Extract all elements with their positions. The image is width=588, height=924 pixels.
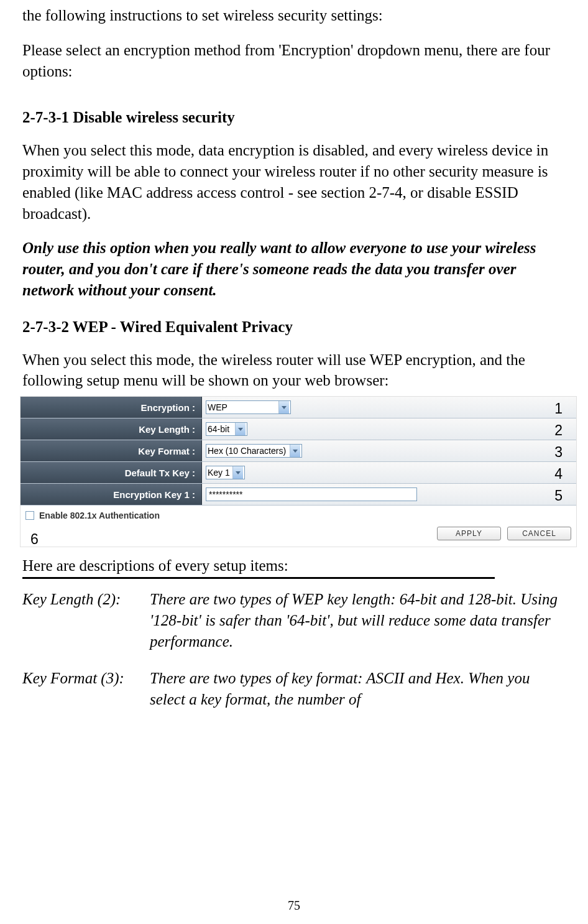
intro-line-1: the following instructions to set wirele… — [22, 5, 566, 26]
section-para-wep: When you select this mode, the wireless … — [22, 349, 566, 392]
cell-key-format: Hex (10 Characters) — [202, 440, 576, 461]
description-key-format: Key Format (3): There are two types of k… — [22, 668, 566, 710]
section-heading-disable: 2-7-3-1 Disable wireless security — [22, 109, 566, 126]
input-encryption-key-1[interactable] — [206, 487, 417, 501]
section-warning-disable: Only use this option when you really wan… — [22, 238, 566, 300]
chevron-down-icon — [235, 423, 246, 435]
row-enable-8021x: Enable 802.1x Authentication — [21, 506, 576, 523]
dropdown-key-format-value: Hex (10 Characters) — [208, 446, 287, 456]
dropdown-key-length[interactable]: 64-bit — [206, 422, 247, 436]
cell-key-length: 64-bit — [202, 418, 576, 440]
apply-button[interactable]: APPLY — [437, 527, 501, 540]
cell-encryption: WEP — [202, 397, 576, 418]
label-encryption: Encryption : — [21, 397, 202, 418]
dropdown-default-tx-key[interactable]: Key 1 — [206, 466, 245, 479]
wep-form-screenshot: Encryption : WEP Key Length : 64-bit Key… — [20, 396, 577, 547]
callout-3: 3 — [554, 444, 563, 461]
callout-6: 6 — [30, 531, 39, 548]
callout-4: 4 — [554, 466, 563, 483]
dropdown-default-tx-key-value: Key 1 — [208, 468, 230, 478]
intro-line-2: Please select an encryption method from … — [22, 40, 566, 82]
cell-default-tx-key: Key 1 — [202, 462, 576, 483]
row-key-format: Key Format : Hex (10 Characters) — [21, 440, 576, 462]
dropdown-encryption[interactable]: WEP — [206, 400, 291, 414]
dropdown-encryption-value: WEP — [208, 402, 276, 412]
row-encryption: Encryption : WEP — [21, 397, 576, 418]
callout-2: 2 — [554, 422, 563, 439]
cell-encryption-key-1 — [202, 484, 576, 505]
chevron-down-icon — [278, 401, 289, 413]
description-key-length: Key Length (2): There are two types of W… — [22, 589, 566, 652]
description-key-format-def: There are two types of key format: ASCII… — [150, 668, 566, 710]
section-para-disable: When you select this mode, data encrypti… — [22, 140, 566, 224]
row-default-tx-key: Default Tx Key : Key 1 — [21, 462, 576, 484]
dropdown-key-format[interactable]: Hex (10 Characters) — [206, 444, 302, 458]
description-key-length-def: There are two types of WEP key length: 6… — [150, 589, 566, 652]
form-button-row: APPLY CANCEL — [21, 523, 576, 547]
label-default-tx-key: Default Tx Key : — [21, 462, 202, 483]
checkbox-enable-8021x[interactable] — [25, 511, 34, 520]
callout-1: 1 — [554, 400, 563, 417]
chevron-down-icon — [232, 466, 243, 479]
section-heading-wep: 2-7-3-2 WEP - Wired Equivalent Privacy — [22, 318, 566, 336]
dropdown-key-length-value: 64-bit — [208, 424, 232, 434]
chevron-down-icon — [290, 445, 300, 457]
row-encryption-key-1: Encryption Key 1 : — [21, 484, 576, 506]
cancel-button[interactable]: CANCEL — [507, 527, 571, 540]
descriptions-rule — [22, 577, 495, 579]
label-key-format: Key Format : — [21, 440, 202, 461]
label-encryption-key-1: Encryption Key 1 : — [21, 484, 202, 505]
label-key-length: Key Length : — [21, 418, 202, 440]
description-key-length-term: Key Length (2): — [22, 589, 150, 652]
label-enable-8021x: Enable 802.1x Authentication — [39, 511, 160, 520]
page-number: 75 — [0, 899, 588, 913]
callout-5: 5 — [554, 487, 563, 504]
descriptions-intro: Here are descriptions of every setup ite… — [22, 557, 566, 575]
description-key-format-term: Key Format (3): — [22, 668, 150, 710]
row-key-length: Key Length : 64-bit — [21, 418, 576, 440]
